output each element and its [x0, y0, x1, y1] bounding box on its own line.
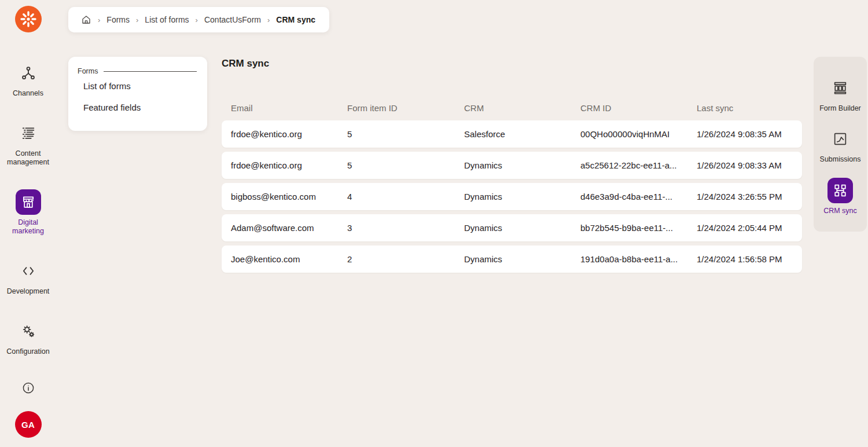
table-header-row: Email Form item ID CRM CRM ID Last sync	[222, 100, 802, 116]
table-cell-email: bigboss@kentico.com	[222, 192, 338, 201]
breadcrumb-crm-sync: CRM sync	[276, 15, 315, 24]
table-cell-last-sync: 1/24/2024 2:05:44 PM	[687, 223, 802, 233]
table-cell-last-sync: 1/24/2024 1:56:58 PM	[687, 254, 802, 264]
table-cell-last-sync: 1/26/2024 9:08:33 AM	[687, 160, 802, 170]
table-cell-form-item-id: 3	[338, 223, 455, 233]
table-cell-crm-id: 191d0a0a-b8ba-ee11-a...	[571, 254, 687, 264]
breadcrumb-separator: ›	[98, 16, 100, 24]
breadcrumb-list-of-forms[interactable]: List of forms	[145, 15, 189, 24]
sidebar-item-configuration[interactable]: Configuration	[2, 318, 55, 356]
breadcrumb-forms[interactable]: Forms	[106, 15, 130, 24]
table-cell-crm: Dynamics	[455, 254, 571, 264]
table-row: frdoe@kentico.org 5 Salesforce 00QHo0000…	[222, 120, 802, 148]
breadcrumb-contactusform[interactable]: ContactUsForm	[204, 15, 261, 24]
rail-item-submissions[interactable]: Submissions	[814, 126, 866, 163]
table-cell-crm-id: d46e3a9d-c4ba-ee11-...	[571, 192, 687, 201]
rail-item-form-builder[interactable]: Form Builder	[814, 75, 866, 112]
main-content: CRM sync Email Form item ID CRM CRM ID L…	[222, 58, 802, 277]
panel-item-list-of-forms[interactable]: List of forms	[78, 75, 197, 97]
table-cell-crm: Dynamics	[455, 192, 571, 201]
submissions-icon	[827, 126, 853, 152]
table-cell-email: Adam@software.com	[222, 223, 338, 233]
sidebar-item-content-management[interactable]: Content management	[2, 120, 55, 166]
table-cell-form-item-id: 5	[338, 129, 455, 139]
table-cell-form-item-id: 5	[338, 160, 455, 170]
table-cell-crm: Dynamics	[455, 223, 571, 233]
app-sidebar: Channels Content management Digital mark	[0, 0, 56, 447]
info-icon[interactable]	[21, 381, 35, 395]
table-cell-form-item-id: 4	[338, 192, 455, 201]
rail-item-label: CRM sync	[823, 207, 857, 215]
table-row: frdoe@kentico.org 5 Dynamics a5c25612-22…	[222, 152, 802, 179]
table-cell-email: frdoe@kentico.org	[222, 160, 338, 170]
table-cell-crm-id: 00QHo00000viqHnMAI	[571, 129, 687, 139]
home-icon[interactable]	[81, 14, 91, 25]
table-cell-last-sync: 1/24/2024 3:26:55 PM	[687, 192, 802, 201]
sidebar-item-label: Channels	[13, 89, 43, 97]
rail-item-crm-sync[interactable]: CRM sync	[814, 178, 866, 215]
table-cell-crm-id: bb72b545-b9ba-ee11-...	[571, 223, 687, 233]
table-cell-crm: Salesforce	[455, 129, 571, 139]
channels-icon	[16, 60, 41, 86]
form-builder-icon	[827, 75, 853, 101]
table-row: bigboss@kentico.com 4 Dynamics d46e3a9d-…	[222, 183, 802, 210]
sidebar-item-label: Configuration	[6, 347, 49, 356]
breadcrumb-separator: ›	[267, 16, 270, 24]
sidebar-item-label: Content management	[2, 149, 55, 166]
page-title: CRM sync	[222, 58, 802, 69]
table-body: frdoe@kentico.org 5 Salesforce 00QHo0000…	[222, 120, 802, 273]
sidebar-item-channels[interactable]: Channels	[2, 60, 55, 97]
panel-divider	[104, 71, 197, 72]
breadcrumb-separator: ›	[196, 16, 198, 24]
table-row: Joe@kentico.com 2 Dynamics 191d0a0a-b8ba…	[222, 246, 802, 273]
table-cell-crm-id: a5c25612-22bc-ee11-a...	[571, 160, 687, 170]
column-header-crm-id: CRM ID	[571, 103, 687, 113]
user-avatar[interactable]: GA	[15, 411, 42, 438]
rail-item-label: Form Builder	[819, 104, 861, 112]
digital-marketing-icon	[16, 189, 41, 215]
column-header-form-item-id: Form item ID	[338, 103, 455, 113]
column-header-crm: CRM	[455, 103, 571, 113]
sidebar-item-digital-marketing[interactable]: Digital marketing	[2, 189, 55, 235]
table-cell-email: frdoe@kentico.org	[222, 129, 338, 139]
sidebar-bottom: GA	[15, 381, 42, 438]
column-header-last-sync: Last sync	[687, 103, 802, 113]
sidebar-item-development[interactable]: Development	[2, 258, 55, 295]
panel-item-featured-fields[interactable]: Featured fields	[78, 97, 197, 118]
sidebar-item-label: Digital marketing	[2, 218, 55, 235]
kentico-logo[interactable]	[15, 6, 42, 32]
table-cell-email: Joe@kentico.com	[222, 254, 338, 264]
sidebar-item-label: Development	[7, 287, 50, 295]
forms-panel-title: Forms	[78, 67, 98, 75]
form-tools-rail: Form Builder Submissions CRM sy	[814, 57, 867, 232]
rail-item-label: Submissions	[820, 155, 861, 163]
table-row: Adam@software.com 3 Dynamics bb72b545-b9…	[222, 214, 802, 241]
column-header-email: Email	[222, 103, 338, 113]
breadcrumb-separator: ›	[136, 16, 138, 24]
content-management-icon	[16, 120, 41, 146]
forms-panel: Forms List of forms Featured fields	[68, 57, 207, 131]
crm-sync-icon	[827, 178, 853, 203]
development-icon	[16, 258, 41, 284]
configuration-icon	[16, 318, 41, 344]
table-cell-form-item-id: 2	[338, 254, 455, 264]
table-cell-crm: Dynamics	[455, 160, 571, 170]
table-cell-last-sync: 1/26/2024 9:08:35 AM	[687, 129, 802, 139]
breadcrumb: › Forms › List of forms › ContactUsForm …	[68, 7, 329, 32]
